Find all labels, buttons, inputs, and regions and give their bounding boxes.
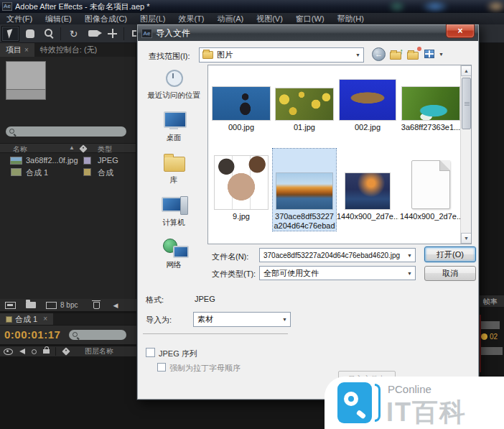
column-type[interactable]: 类型 xyxy=(98,144,112,154)
zoom-tool-button[interactable] xyxy=(40,26,58,42)
tab-close-icon[interactable]: × xyxy=(24,46,29,54)
place-libraries[interactable]: 库 xyxy=(140,152,207,185)
frame-rate-column: 帧率 xyxy=(480,295,504,307)
tab-effect-controls[interactable]: 特效控制台: (无) xyxy=(34,43,103,57)
place-network[interactable]: 网络 xyxy=(140,237,207,270)
file-row: 000.jpg 01.jpg 002.jpg 3a68ff27363e1... xyxy=(210,74,462,132)
file-item[interactable]: 01.jpg xyxy=(273,74,336,132)
force-order-checkbox[interactable] xyxy=(157,363,166,372)
rotation-tool-button[interactable]: ↻ xyxy=(65,26,83,42)
filetype-combobox[interactable]: 全部可使用文件 ▼ xyxy=(259,266,416,280)
menu-view[interactable]: 视图(V) xyxy=(250,13,289,24)
place-desktop[interactable]: 桌面 xyxy=(140,110,207,143)
scrollbar-thumb[interactable] xyxy=(462,78,471,129)
import-as-label: 导入为: xyxy=(146,315,172,326)
file-item[interactable]: 002.jpg xyxy=(336,74,399,132)
file-item-selected[interactable]: 370ace8df53227a204d64c76ebad xyxy=(273,149,336,231)
tab-project[interactable]: 项目× xyxy=(0,43,34,57)
views-menu-button[interactable]: ▼ xyxy=(424,48,445,60)
pan-behind-tool-button[interactable] xyxy=(103,26,121,42)
chevron-down-icon[interactable]: ▼ xyxy=(279,317,290,322)
label-color-chip[interactable] xyxy=(83,168,91,176)
filename-combobox[interactable]: 370ace8df53227a204d64c76ebad4620.jpg ▼ xyxy=(259,248,416,262)
it-baike-logo-icon xyxy=(337,382,372,423)
chevron-down-icon[interactable]: ▼ xyxy=(404,271,415,276)
solo-icon[interactable] xyxy=(32,349,37,354)
scroll-down-button[interactable]: ▼ xyxy=(461,233,472,244)
scroll-up-button[interactable]: ▲ xyxy=(461,65,472,76)
jpeg-sequence-checkbox[interactable] xyxy=(146,348,155,357)
audio-icon[interactable] xyxy=(19,349,25,354)
project-item-row[interactable]: 3a68ff2...0f.jpg JPEG xyxy=(0,155,136,166)
file-name: 3a68ff27363e1... xyxy=(401,123,460,132)
file-item[interactable]: 1440x900_2d7e... xyxy=(336,149,399,231)
tab-comp-1[interactable]: 合成 1 × xyxy=(0,313,53,325)
delete-icon[interactable] xyxy=(93,302,100,309)
column-name[interactable]: 名称 xyxy=(13,144,27,154)
chevron-down-icon[interactable]: ▼ xyxy=(404,253,415,258)
label-column-icon[interactable] xyxy=(62,347,70,355)
selection-tool-button[interactable] xyxy=(1,26,19,42)
file-item[interactable]: 3a68ff27363e1... xyxy=(399,74,462,132)
project-settings-icon[interactable] xyxy=(46,302,57,309)
menu-edit[interactable]: 编辑(E) xyxy=(39,13,78,24)
back-button[interactable]: ← xyxy=(372,47,386,61)
menu-help[interactable]: 帮助(H) xyxy=(331,13,370,24)
file-list-scrollbar[interactable]: ▲ ▼ xyxy=(460,65,471,244)
menu-effect[interactable]: 效果(T) xyxy=(172,13,210,24)
file-thumbnail xyxy=(215,156,268,209)
camera-tool-button[interactable] xyxy=(84,26,102,42)
cancel-button[interactable]: 取消 xyxy=(424,266,476,281)
file-item[interactable]: 000.jpg xyxy=(210,74,273,132)
comp-tab-label: 合成 1 xyxy=(15,313,37,325)
file-item[interactable]: 1440x900_2d7e... xyxy=(399,149,462,231)
back-icon: ← xyxy=(375,50,383,58)
file-name: 1440x900_2d7e... xyxy=(337,212,398,221)
dialog-ae-icon: Ae xyxy=(141,29,152,38)
bit-depth-label[interactable]: 8 bpc xyxy=(60,301,78,309)
file-name: 1440x900_2d7e... xyxy=(400,212,462,221)
lookin-combobox[interactable]: 图片 ▼ xyxy=(199,47,364,63)
tab-close-icon[interactable]: × xyxy=(43,313,47,325)
open-button[interactable]: 打开(O) xyxy=(424,246,476,262)
sort-arrow-icon[interactable]: ▲ xyxy=(69,144,75,151)
hand-tool-button[interactable] xyxy=(21,26,39,42)
footage-name: 3a68ff2...0f.jpg xyxy=(26,156,78,165)
magnifier-icon xyxy=(344,392,358,406)
menu-composition[interactable]: 图像合成(C) xyxy=(78,13,134,24)
place-recent[interactable]: 最近访问的位置 xyxy=(140,68,207,101)
file-item[interactable]: 9.jpg xyxy=(210,149,273,231)
lock-icon[interactable] xyxy=(43,349,50,354)
label-color-column-icon[interactable] xyxy=(79,144,87,152)
menu-bar: 文件(F) 编辑(E) 图像合成(C) 图层(L) 效果(T) 动画(A) 视图… xyxy=(0,13,504,24)
footage-preview-info xyxy=(6,90,46,100)
project-item-row[interactable]: 合成 1 合成 xyxy=(0,167,136,177)
menu-file[interactable]: 文件(F) xyxy=(0,13,39,24)
new-folder-icon[interactable] xyxy=(26,302,36,308)
chevron-down-icon[interactable]: ▼ xyxy=(353,52,363,57)
import-as-combobox[interactable]: 素材 ▼ xyxy=(193,312,291,327)
menu-animation[interactable]: 动画(A) xyxy=(211,13,251,24)
project-search-input[interactable] xyxy=(6,126,126,137)
new-folder-button[interactable] xyxy=(406,48,421,60)
timeline-search-input[interactable] xyxy=(69,330,126,340)
current-timecode[interactable]: 0:00:01:17 xyxy=(4,328,60,341)
place-label: 最近访问的位置 xyxy=(147,91,200,101)
search-icon xyxy=(9,128,17,136)
dialog-close-button[interactable]: × xyxy=(446,24,475,38)
watermark-card: PConline IT百科 xyxy=(325,377,504,429)
layer-name-column[interactable]: 图层名称 xyxy=(85,346,113,356)
up-one-level-button[interactable]: ↑ xyxy=(389,48,403,60)
hand-tool-icon xyxy=(26,29,34,38)
panel-prev-icon[interactable]: ◀ xyxy=(113,302,118,309)
jpeg-sequence-label: JPEG 序列 xyxy=(159,349,197,359)
video-visibility-icon[interactable] xyxy=(4,349,13,355)
menu-window[interactable]: 窗口(W) xyxy=(289,13,331,24)
dialog-titlebar[interactable]: Ae 导入文件 xyxy=(138,25,478,41)
menu-layer[interactable]: 图层(L) xyxy=(134,13,172,24)
camera-tool-icon xyxy=(88,30,98,37)
footage-interpret-icon[interactable] xyxy=(5,302,16,309)
generic-document-icon xyxy=(411,160,450,209)
label-color-chip[interactable] xyxy=(83,157,91,165)
place-computer[interactable]: 计算机 xyxy=(140,195,207,228)
